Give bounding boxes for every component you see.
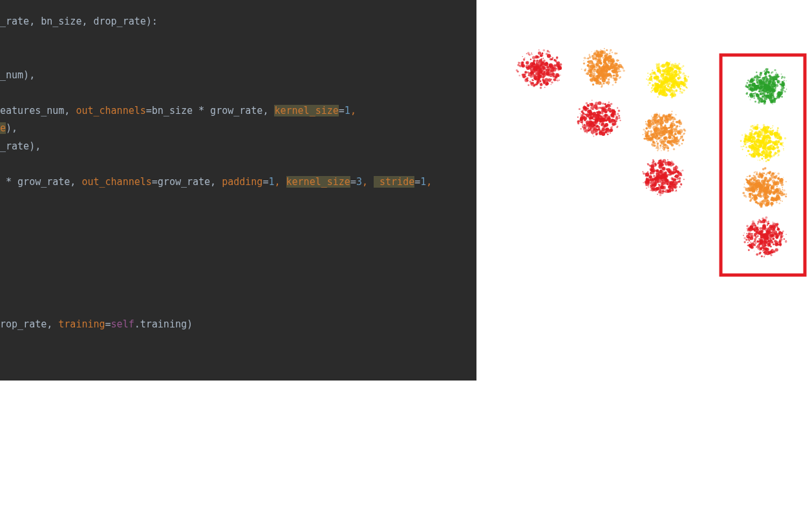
svg-point-2580 (747, 176, 748, 177)
svg-point-2573 (762, 204, 763, 205)
svg-point-1975 (758, 102, 760, 104)
svg-point-1674 (645, 176, 646, 177)
svg-point-554 (587, 58, 589, 60)
svg-point-1220 (650, 130, 652, 133)
svg-point-2248 (768, 146, 772, 150)
svg-point-2166 (747, 150, 750, 153)
svg-point-1444 (671, 111, 672, 112)
svg-point-1369 (666, 132, 667, 133)
code-line[interactable] (0, 49, 476, 67)
code-line[interactable] (0, 84, 476, 102)
code-line[interactable]: _rate, bn_size, drop_rate): (0, 13, 476, 31)
svg-point-2028 (784, 91, 786, 93)
svg-point-744 (603, 125, 605, 127)
svg-point-746 (612, 109, 614, 111)
code-line[interactable]: e), (0, 120, 476, 138)
svg-point-2819 (757, 247, 760, 250)
code-line[interactable] (0, 245, 476, 263)
svg-point-1597 (667, 173, 669, 175)
svg-point-293 (602, 57, 604, 59)
svg-point-1314 (652, 116, 655, 120)
code-line[interactable] (0, 155, 476, 173)
code-line[interactable] (0, 191, 476, 209)
svg-point-166 (530, 71, 533, 74)
code-line[interactable] (0, 209, 476, 227)
svg-point-2486 (749, 193, 752, 196)
svg-point-2894 (745, 239, 747, 241)
svg-point-1071 (657, 71, 659, 72)
svg-point-1447 (670, 115, 672, 116)
svg-point-1059 (671, 79, 675, 83)
svg-point-731 (602, 120, 604, 122)
svg-point-760 (600, 121, 602, 123)
code-line[interactable]: eatures_num, out_channels=bn_size * grow… (0, 102, 476, 120)
svg-point-1578 (676, 177, 679, 180)
svg-point-1964 (761, 100, 762, 102)
svg-point-1442 (670, 116, 673, 118)
svg-point-1123 (670, 61, 671, 63)
svg-point-2834 (749, 230, 751, 232)
svg-point-2471 (753, 179, 756, 182)
code-line[interactable] (0, 280, 476, 298)
svg-point-1382 (675, 114, 676, 115)
svg-point-177 (540, 65, 541, 66)
svg-point-2244 (758, 153, 761, 156)
svg-point-2011 (781, 73, 782, 74)
svg-point-2016 (754, 77, 756, 79)
svg-point-481 (601, 69, 605, 73)
code-line[interactable] (0, 226, 476, 245)
svg-point-422 (605, 76, 607, 78)
code-line[interactable]: rop_rate, training=self.training) (0, 316, 476, 334)
svg-point-2545 (775, 172, 775, 173)
svg-point-792 (599, 107, 601, 109)
code-line[interactable] (0, 31, 476, 49)
svg-point-2864 (764, 256, 765, 258)
svg-point-1388 (659, 113, 660, 115)
svg-point-2598 (747, 181, 748, 182)
svg-point-2885 (749, 247, 751, 248)
code-line[interactable]: * grow_rate, out_channels=grow_rate, pad… (0, 173, 476, 192)
svg-point-220 (543, 49, 546, 52)
svg-point-1397 (645, 123, 648, 126)
svg-point-214 (540, 62, 543, 65)
svg-point-866 (617, 107, 618, 109)
code-editor-pane[interactable]: _rate, bn_size, drop_rate): _num), eatur… (0, 0, 476, 381)
svg-point-1664 (662, 186, 666, 190)
svg-point-774 (595, 121, 597, 123)
svg-point-1065 (674, 94, 676, 95)
svg-point-2207 (756, 148, 760, 152)
code-line[interactable] (0, 262, 476, 280)
code-line[interactable]: _num), (0, 67, 476, 85)
svg-point-1943 (769, 89, 770, 91)
svg-point-2873 (747, 242, 749, 243)
code-line[interactable] (0, 298, 476, 316)
svg-point-1672 (682, 170, 684, 171)
svg-point-283 (557, 69, 560, 71)
svg-point-1105 (683, 65, 685, 67)
svg-point-1070 (662, 75, 664, 77)
svg-point-2559 (785, 195, 787, 197)
svg-point-539 (600, 49, 601, 50)
svg-point-2345 (777, 177, 780, 180)
svg-point-1156 (685, 79, 686, 80)
svg-point-2560 (774, 173, 775, 175)
svg-point-2254 (776, 133, 778, 135)
svg-point-1962 (750, 99, 751, 100)
svg-point-2256 (765, 160, 767, 162)
svg-point-2830 (746, 233, 747, 234)
svg-point-534 (581, 69, 582, 70)
svg-point-2281 (747, 135, 749, 137)
svg-point-2574 (758, 203, 759, 204)
svg-point-2824 (776, 233, 780, 237)
code-line[interactable]: _rate), (0, 138, 476, 156)
svg-point-1859 (769, 80, 772, 82)
svg-point-63 (532, 56, 535, 60)
svg-point-2303 (751, 155, 752, 156)
svg-point-1343 (648, 135, 650, 137)
svg-point-526 (619, 71, 621, 72)
svg-point-1988 (785, 80, 786, 81)
svg-point-2431 (747, 182, 749, 183)
svg-point-855 (592, 100, 593, 101)
svg-point-111 (526, 61, 529, 65)
svg-point-2310 (778, 154, 780, 156)
